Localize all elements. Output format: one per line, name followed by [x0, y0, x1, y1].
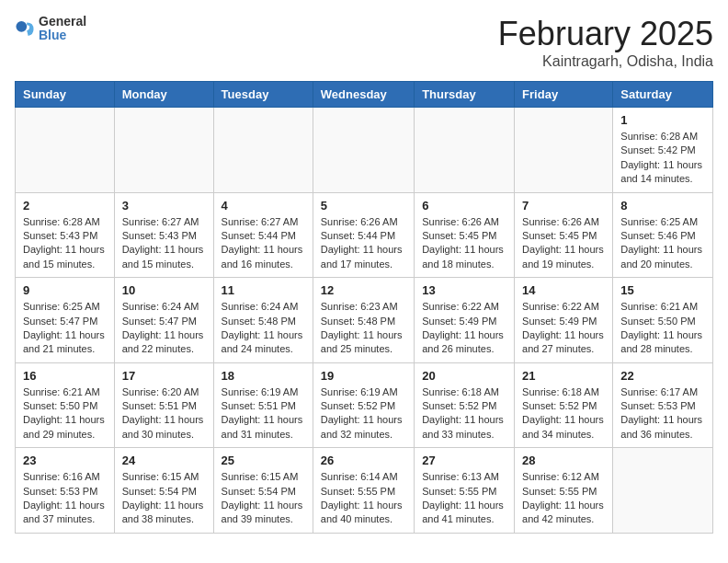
day-number: 20 — [422, 369, 506, 383]
column-header-thursday: Thursday — [415, 82, 515, 108]
day-info: Sunrise: 6:25 AM Sunset: 5:47 PM Dayligh… — [23, 300, 107, 357]
calendar-cell: 6Sunrise: 6:26 AM Sunset: 5:45 PM Daylig… — [415, 192, 515, 278]
location-title: Kaintragarh, Odisha, India — [498, 53, 713, 70]
column-header-saturday: Saturday — [613, 82, 713, 108]
calendar-cell: 16Sunrise: 6:21 AM Sunset: 5:50 PM Dayli… — [16, 362, 115, 448]
calendar-cell: 24Sunrise: 6:15 AM Sunset: 5:54 PM Dayli… — [114, 448, 213, 534]
svg-point-0 — [16, 21, 27, 32]
day-info: Sunrise: 6:16 AM Sunset: 5:53 PM Dayligh… — [23, 470, 107, 527]
day-info: Sunrise: 6:28 AM Sunset: 5:42 PM Dayligh… — [620, 130, 705, 187]
day-info: Sunrise: 6:17 AM Sunset: 5:53 PM Dayligh… — [620, 385, 705, 442]
column-header-monday: Monday — [114, 82, 213, 108]
calendar-cell: 13Sunrise: 6:22 AM Sunset: 5:49 PM Dayli… — [415, 278, 515, 363]
calendar-cell: 15Sunrise: 6:21 AM Sunset: 5:50 PM Dayli… — [613, 278, 713, 363]
day-info: Sunrise: 6:13 AM Sunset: 5:55 PM Dayligh… — [422, 470, 506, 527]
column-header-tuesday: Tuesday — [213, 82, 313, 108]
day-info: Sunrise: 6:15 AM Sunset: 5:54 PM Dayligh… — [122, 470, 206, 527]
calendar-header-row: SundayMondayTuesdayWednesdayThursdayFrid… — [16, 82, 713, 108]
calendar-cell — [515, 108, 613, 193]
calendar-cell — [613, 448, 713, 534]
calendar-cell: 4Sunrise: 6:27 AM Sunset: 5:44 PM Daylig… — [213, 192, 313, 278]
logo-text: General Blue — [39, 15, 86, 43]
title-area: February 2025 Kaintragarh, Odisha, India — [498, 15, 713, 70]
day-info: Sunrise: 6:14 AM Sunset: 5:55 PM Dayligh… — [321, 470, 406, 527]
day-info: Sunrise: 6:24 AM Sunset: 5:48 PM Dayligh… — [222, 300, 305, 357]
day-number: 3 — [122, 199, 206, 213]
day-number: 4 — [222, 199, 305, 213]
page-header: General Blue February 2025 Kaintragarh, … — [15, 15, 713, 70]
logo-blue: Blue — [39, 29, 86, 42]
calendar-cell: 3Sunrise: 6:27 AM Sunset: 5:43 PM Daylig… — [114, 192, 213, 278]
day-number: 23 — [23, 454, 107, 467]
calendar-cell — [313, 108, 414, 193]
day-info: Sunrise: 6:23 AM Sunset: 5:48 PM Dayligh… — [321, 300, 406, 357]
day-info: Sunrise: 6:24 AM Sunset: 5:47 PM Dayligh… — [122, 300, 206, 357]
calendar-cell: 9Sunrise: 6:25 AM Sunset: 5:47 PM Daylig… — [16, 278, 115, 363]
day-info: Sunrise: 6:26 AM Sunset: 5:44 PM Dayligh… — [321, 215, 406, 272]
calendar-cell — [114, 108, 213, 193]
day-number: 5 — [321, 199, 406, 213]
calendar-cell: 17Sunrise: 6:20 AM Sunset: 5:51 PM Dayli… — [114, 362, 213, 448]
day-number: 27 — [422, 454, 506, 467]
day-info: Sunrise: 6:25 AM Sunset: 5:46 PM Dayligh… — [620, 215, 705, 272]
day-number: 17 — [122, 369, 206, 383]
day-number: 22 — [620, 369, 705, 383]
logo: General Blue — [15, 15, 86, 43]
day-info: Sunrise: 6:22 AM Sunset: 5:49 PM Dayligh… — [422, 300, 506, 357]
day-info: Sunrise: 6:19 AM Sunset: 5:52 PM Dayligh… — [321, 385, 406, 442]
day-info: Sunrise: 6:22 AM Sunset: 5:49 PM Dayligh… — [522, 300, 605, 357]
calendar-cell: 7Sunrise: 6:26 AM Sunset: 5:45 PM Daylig… — [515, 192, 613, 278]
day-info: Sunrise: 6:18 AM Sunset: 5:52 PM Dayligh… — [522, 385, 605, 442]
day-number: 19 — [321, 369, 406, 383]
calendar-cell: 1Sunrise: 6:28 AM Sunset: 5:42 PM Daylig… — [613, 108, 713, 193]
calendar-week-1: 2Sunrise: 6:28 AM Sunset: 5:43 PM Daylig… — [16, 192, 713, 278]
day-info: Sunrise: 6:21 AM Sunset: 5:50 PM Dayligh… — [620, 300, 705, 357]
day-number: 28 — [522, 454, 605, 467]
month-title: February 2025 — [498, 15, 713, 53]
day-info: Sunrise: 6:28 AM Sunset: 5:43 PM Dayligh… — [23, 215, 107, 272]
calendar-cell: 18Sunrise: 6:19 AM Sunset: 5:51 PM Dayli… — [213, 362, 313, 448]
logo-icon — [15, 18, 35, 39]
calendar-cell: 22Sunrise: 6:17 AM Sunset: 5:53 PM Dayli… — [613, 362, 713, 448]
day-number: 10 — [122, 283, 206, 297]
calendar-cell — [213, 108, 313, 193]
logo-general: General — [39, 15, 86, 29]
day-info: Sunrise: 6:21 AM Sunset: 5:50 PM Dayligh… — [23, 385, 107, 442]
calendar-week-2: 9Sunrise: 6:25 AM Sunset: 5:47 PM Daylig… — [16, 278, 713, 363]
calendar-cell: 25Sunrise: 6:15 AM Sunset: 5:54 PM Dayli… — [213, 448, 313, 534]
day-info: Sunrise: 6:12 AM Sunset: 5:55 PM Dayligh… — [522, 470, 605, 527]
column-header-friday: Friday — [515, 82, 613, 108]
day-number: 16 — [23, 369, 107, 383]
column-header-wednesday: Wednesday — [313, 82, 414, 108]
day-number: 12 — [321, 283, 406, 297]
calendar-cell: 12Sunrise: 6:23 AM Sunset: 5:48 PM Dayli… — [313, 278, 414, 363]
day-number: 1 — [620, 113, 705, 127]
day-number: 26 — [321, 454, 406, 467]
calendar-cell: 11Sunrise: 6:24 AM Sunset: 5:48 PM Dayli… — [213, 278, 313, 363]
calendar-cell: 8Sunrise: 6:25 AM Sunset: 5:46 PM Daylig… — [613, 192, 713, 278]
day-info: Sunrise: 6:20 AM Sunset: 5:51 PM Dayligh… — [122, 385, 206, 442]
calendar-cell — [415, 108, 515, 193]
day-number: 18 — [222, 369, 305, 383]
calendar-cell: 14Sunrise: 6:22 AM Sunset: 5:49 PM Dayli… — [515, 278, 613, 363]
column-header-sunday: Sunday — [16, 82, 115, 108]
calendar-cell: 21Sunrise: 6:18 AM Sunset: 5:52 PM Dayli… — [515, 362, 613, 448]
day-number: 24 — [122, 454, 206, 467]
calendar-cell: 28Sunrise: 6:12 AM Sunset: 5:55 PM Dayli… — [515, 448, 613, 534]
day-number: 21 — [522, 369, 605, 383]
calendar-week-3: 16Sunrise: 6:21 AM Sunset: 5:50 PM Dayli… — [16, 362, 713, 448]
day-number: 11 — [222, 283, 305, 297]
calendar-cell: 5Sunrise: 6:26 AM Sunset: 5:44 PM Daylig… — [313, 192, 414, 278]
day-info: Sunrise: 6:26 AM Sunset: 5:45 PM Dayligh… — [522, 215, 605, 272]
day-info: Sunrise: 6:15 AM Sunset: 5:54 PM Dayligh… — [222, 470, 305, 527]
calendar-cell: 10Sunrise: 6:24 AM Sunset: 5:47 PM Dayli… — [114, 278, 213, 363]
calendar-cell: 23Sunrise: 6:16 AM Sunset: 5:53 PM Dayli… — [16, 448, 115, 534]
day-number: 8 — [620, 199, 705, 213]
calendar-cell: 19Sunrise: 6:19 AM Sunset: 5:52 PM Dayli… — [313, 362, 414, 448]
day-number: 7 — [522, 199, 605, 213]
calendar-cell: 20Sunrise: 6:18 AM Sunset: 5:52 PM Dayli… — [415, 362, 515, 448]
day-info: Sunrise: 6:18 AM Sunset: 5:52 PM Dayligh… — [422, 385, 506, 442]
calendar-cell: 26Sunrise: 6:14 AM Sunset: 5:55 PM Dayli… — [313, 448, 414, 534]
day-number: 9 — [23, 283, 107, 297]
day-info: Sunrise: 6:27 AM Sunset: 5:43 PM Dayligh… — [122, 215, 206, 272]
